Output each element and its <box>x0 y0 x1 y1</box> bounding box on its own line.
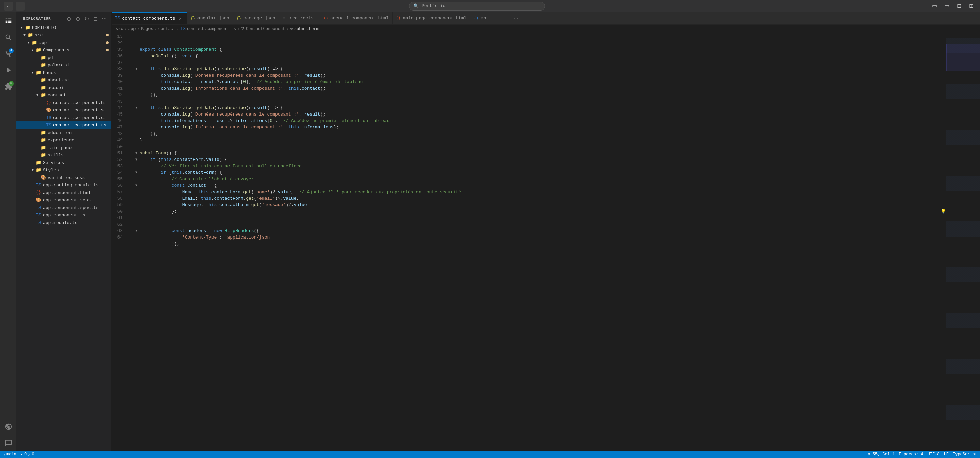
status-branch[interactable]: ⑃ main <box>3 452 16 456</box>
tree-item-contact-scss[interactable]: 🎨 contact.component.scss <box>16 106 111 114</box>
code-line-36: ▼ this.dataService.getData().subscribe((… <box>134 66 946 72</box>
tree-item-app-component-ts[interactable]: TS app.component.ts <box>16 211 111 219</box>
code-line-39: console.log('Informations dans le compos… <box>134 85 946 92</box>
fold-arrow-49[interactable]: ▼ <box>134 150 139 156</box>
tree-item-experience[interactable]: 📁 experience <box>16 136 111 144</box>
tab-contact-ts-close[interactable]: ✕ <box>177 15 183 21</box>
tree-item-services[interactable]: 📁 Services <box>16 159 111 166</box>
status-position[interactable]: Ln 55, Col 1 <box>865 452 894 456</box>
breadcrumb-method[interactable]: submitForm <box>294 27 319 31</box>
activity-source-control[interactable]: 4 <box>1 46 16 61</box>
app-scss-label: app.component.scss <box>43 198 109 203</box>
tree-item-app-routing[interactable]: TS app-routing.module.ts <box>16 181 111 189</box>
code-content[interactable]: export class ContactComponent { ngOnInit… <box>131 34 946 450</box>
tab-main-page-html-icon: ⟨⟩ <box>396 16 401 21</box>
status-indent[interactable]: Espaces: 4 <box>899 452 923 456</box>
tab-redirects[interactable]: ≡ _redirects <box>279 12 320 24</box>
forward-button[interactable]: → <box>16 2 24 11</box>
breadcrumb-app[interactable]: app <box>128 27 136 31</box>
tree-item-app-component-spec[interactable]: TS app.component.spec.ts <box>16 204 111 211</box>
activity-remote[interactable] <box>1 419 16 434</box>
layout-btn-2[interactable]: ▭ <box>942 2 951 10</box>
contact-ts-label: contact.component.ts <box>53 123 109 128</box>
tree-item-main-page[interactable]: 📁 main-page <box>16 144 111 151</box>
breadcrumb-contact[interactable]: contact <box>158 27 175 31</box>
tree-item-app[interactable]: ▼ 📁 app <box>16 39 111 46</box>
search-bar[interactable]: 🔍 Portfolio <box>409 2 545 11</box>
tree-item-pages[interactable]: ▼ 📁 Pages <box>16 69 111 76</box>
fold-arrow-36[interactable]: ▼ <box>134 66 139 72</box>
more-button[interactable]: ··· <box>100 15 108 22</box>
layout-btn-1[interactable]: ▭ <box>930 2 939 10</box>
tree-item-app-component-scss[interactable]: 🎨 app.component.scss <box>16 196 111 204</box>
tree-root-portfolio[interactable]: ▼ 📁 PORTFOLIO <box>16 24 111 31</box>
tree-item-contact-folder[interactable]: ▼ 📁 contact <box>16 91 111 99</box>
tab-package-json[interactable]: {} package.json <box>233 12 279 24</box>
code-line-63: }); <box>134 241 946 247</box>
branch-name: main <box>6 452 16 456</box>
collapse-button[interactable]: ⊟ <box>92 15 99 22</box>
code-line-50: ▼ if (this.contactForm.valid) { <box>134 156 946 163</box>
tab-accueil-html[interactable]: ⟨⟩ accueil.component.html <box>320 12 393 24</box>
fold-arrow-42[interactable]: ▼ <box>134 105 139 111</box>
fold-arrow-52[interactable]: ▼ <box>134 169 139 176</box>
breadcrumb-pages[interactable]: Pages <box>141 27 153 31</box>
tree-item-accueil[interactable]: 📁 accueil <box>16 84 111 91</box>
layout-btn-4[interactable]: ⊞ <box>966 2 976 10</box>
tree-item-variables-scss[interactable]: 🎨 variables.scss <box>16 174 111 181</box>
tree-item-src[interactable]: ▼ 📁 src <box>16 31 111 39</box>
new-folder-button[interactable]: ⊕ <box>74 15 81 22</box>
experience-label: experience <box>48 138 109 143</box>
tree-item-contact-html[interactable]: ⟨⟩ contact.component.html <box>16 99 111 106</box>
tab-main-page-html[interactable]: ⟨⟩ main-page.component.html <box>393 12 471 24</box>
layout-btn-3[interactable]: ⊟ <box>954 2 964 10</box>
tab-package-json-label: package.json <box>243 16 275 21</box>
fold-arrow-61[interactable]: ▼ <box>134 228 139 234</box>
lightbulb-58[interactable]: 💡 <box>940 208 946 215</box>
status-line-ending[interactable]: LF <box>944 452 949 456</box>
tree-item-contact-spec[interactable]: TS contact.component.spec.ts <box>16 114 111 121</box>
app-module-label: app.module.ts <box>43 220 109 225</box>
activity-extensions[interactable]: 6 <box>1 79 16 94</box>
tree-item-education[interactable]: 📁 education <box>16 129 111 136</box>
language-text: TypeScript <box>953 452 977 456</box>
variables-scss-icon: 🎨 <box>40 175 46 180</box>
tree-item-contact-ts[interactable]: TS contact.component.ts <box>16 121 111 129</box>
tab-contact-ts[interactable]: TS contact.component.ts ✕ <box>112 12 187 24</box>
code-line-48 <box>134 144 946 150</box>
tree-item-app-component-html[interactable]: ⟨⟩ app.component.html <box>16 189 111 196</box>
breadcrumb-filename[interactable]: contact.component.ts <box>187 27 236 31</box>
tree-item-about-me[interactable]: 📁 about-me <box>16 76 111 84</box>
fold-arrow-54[interactable]: ▼ <box>134 182 139 189</box>
fold-arrow-50[interactable]: ▼ <box>134 156 139 163</box>
new-file-button[interactable]: ⊕ <box>65 15 73 22</box>
refresh-button[interactable]: ↻ <box>83 15 90 22</box>
tab-overflow-button[interactable]: ··· <box>511 12 521 24</box>
tree-item-styles[interactable]: ▼ 📁 Styles <box>16 166 111 174</box>
extensions-badge: 6 <box>9 81 14 86</box>
pages-arrow-icon: ▼ <box>30 71 35 75</box>
search-text: Portfolio <box>422 3 445 8</box>
line-numbers: 1329353637383940414243444546474849505152… <box>112 34 131 450</box>
breadcrumb-src[interactable]: src <box>116 27 123 31</box>
tree-item-skills[interactable]: 📁 skills <box>16 151 111 159</box>
tab-angular-json[interactable]: {} angular.json <box>187 12 233 24</box>
status-errors[interactable]: ✕ 0 △ 0 <box>21 452 34 457</box>
breadcrumb-class[interactable]: ContactComponent <box>246 27 285 31</box>
tree-item-pdf[interactable]: 📁 pdf <box>16 54 111 61</box>
services-label: Services <box>43 160 109 165</box>
portfolio-label: PORTFOLIO <box>32 25 109 30</box>
tree-item-polaroid[interactable]: 📁 polaroid <box>16 61 111 69</box>
status-encoding[interactable]: UTF-8 <box>928 452 940 456</box>
activity-run[interactable] <box>1 63 16 78</box>
branch-icon: ⑃ <box>3 452 5 456</box>
status-language[interactable]: TypeScript <box>953 452 977 456</box>
activity-explorer[interactable] <box>1 14 16 29</box>
back-button[interactable]: ← <box>4 2 13 11</box>
tab-ab[interactable]: ⟨⟩ ab <box>470 12 511 24</box>
tree-item-app-module[interactable]: TS app.module.ts <box>16 219 111 226</box>
activity-chat[interactable] <box>1 436 16 450</box>
activity-search[interactable] <box>1 30 16 45</box>
tree-item-components[interactable]: ▶ 📁 Components <box>16 46 111 54</box>
line-content-63: }); <box>139 241 946 247</box>
